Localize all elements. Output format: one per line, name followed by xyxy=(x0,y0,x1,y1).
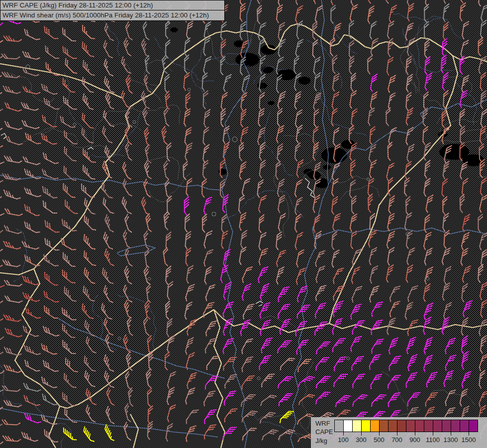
wind-barb xyxy=(333,286,345,301)
country-border xyxy=(130,414,138,448)
wind-barb xyxy=(221,215,227,233)
wind-barb xyxy=(24,345,41,354)
wind-barb xyxy=(3,400,21,407)
weather-map-stage: WRF CAPE (J/kg) Friday 28-11-2025 12:00 … xyxy=(0,0,487,448)
wind-barb xyxy=(147,336,152,354)
wind-barb xyxy=(85,198,96,214)
legend-color-cell xyxy=(451,420,460,432)
wind-barb xyxy=(5,121,22,129)
wind-barb xyxy=(388,213,394,231)
wind-barb xyxy=(460,162,468,180)
wind-barb xyxy=(101,183,113,198)
wind-barb xyxy=(295,39,303,57)
wind-barb xyxy=(330,38,335,57)
wind-barb xyxy=(22,67,39,76)
legend-tick xyxy=(361,432,362,436)
wind-barb xyxy=(425,73,432,91)
wind-barb xyxy=(388,21,394,39)
wind-barb xyxy=(481,4,487,21)
wind-barb xyxy=(242,75,250,93)
wind-barb xyxy=(386,108,390,126)
wind-barb xyxy=(370,286,379,302)
wind-barb xyxy=(480,126,486,144)
legend-color-cell xyxy=(442,420,451,432)
wind-barb xyxy=(372,339,384,353)
wind-barb xyxy=(241,230,247,249)
wind-barb xyxy=(424,355,433,372)
stream-line xyxy=(320,84,367,136)
wind-barb xyxy=(316,392,330,404)
wind-barb xyxy=(84,356,96,371)
wind-barb xyxy=(220,159,225,178)
legend-color-cell xyxy=(388,420,397,432)
city-outline xyxy=(347,357,350,360)
wind-barb xyxy=(424,178,430,196)
stream-line xyxy=(117,295,156,350)
wind-barb xyxy=(333,213,341,230)
wind-barb xyxy=(166,301,170,320)
wind-barb xyxy=(478,264,484,283)
legend-tick-label: 500 xyxy=(369,436,389,444)
wind-barb xyxy=(64,287,76,301)
wind-barb xyxy=(82,303,94,319)
wind-barb xyxy=(2,72,20,78)
wind-barb xyxy=(442,179,448,197)
wind-barb xyxy=(332,231,337,250)
wind-barb xyxy=(125,126,132,145)
wind-barb xyxy=(148,388,152,407)
wind-barb xyxy=(4,280,22,286)
wind-barb xyxy=(262,374,275,388)
wind-barb xyxy=(333,338,346,352)
wind-barb xyxy=(443,197,447,215)
wind-barb xyxy=(128,388,133,407)
wind-barb xyxy=(313,93,321,111)
wind-barb xyxy=(168,281,173,300)
wind-barb xyxy=(5,102,22,111)
wind-barb xyxy=(314,0,321,4)
legend-color-cell xyxy=(415,420,424,432)
wind-barb xyxy=(333,268,344,284)
wind-barb xyxy=(462,351,469,369)
wind-barb xyxy=(351,336,362,352)
wind-barb xyxy=(388,75,396,93)
wind-barb xyxy=(279,394,293,406)
wind-barb xyxy=(24,222,40,233)
wind-barb xyxy=(479,37,483,56)
wind-barb xyxy=(406,373,417,388)
wind-barb xyxy=(481,73,486,91)
wind-barb xyxy=(186,388,195,404)
wind-barb xyxy=(259,215,265,233)
river xyxy=(59,319,225,378)
wind-barb xyxy=(460,109,465,127)
wind-barb xyxy=(105,249,114,266)
wind-barb xyxy=(223,302,234,318)
wind-barb xyxy=(185,197,189,215)
wind-barb xyxy=(83,165,96,179)
wind-barb xyxy=(372,302,383,318)
wind-barb xyxy=(104,23,113,41)
legend-color-cell xyxy=(379,420,389,432)
wind-barb xyxy=(2,436,21,442)
wind-barb xyxy=(294,56,299,74)
wind-barb xyxy=(424,303,434,320)
wind-barb xyxy=(1,54,20,59)
wind-barb xyxy=(0,36,3,42)
wind-barb xyxy=(42,377,57,388)
wind-barb xyxy=(84,234,96,249)
wind-barb xyxy=(370,266,378,283)
wind-barb xyxy=(239,195,245,214)
wind-barb xyxy=(0,298,3,303)
wind-barb xyxy=(86,336,96,353)
legend-tick xyxy=(451,432,451,436)
wind-barb xyxy=(104,318,113,336)
wind-barb xyxy=(427,372,438,388)
wind-barb xyxy=(6,136,23,145)
wind-barb xyxy=(279,214,286,231)
city-outline xyxy=(118,337,121,340)
wind-barb xyxy=(184,109,191,126)
wind-barb xyxy=(257,5,262,24)
wind-barb xyxy=(481,300,487,318)
wind-barb xyxy=(295,5,303,23)
wind-barb xyxy=(481,109,487,127)
wind-barb xyxy=(370,21,377,39)
